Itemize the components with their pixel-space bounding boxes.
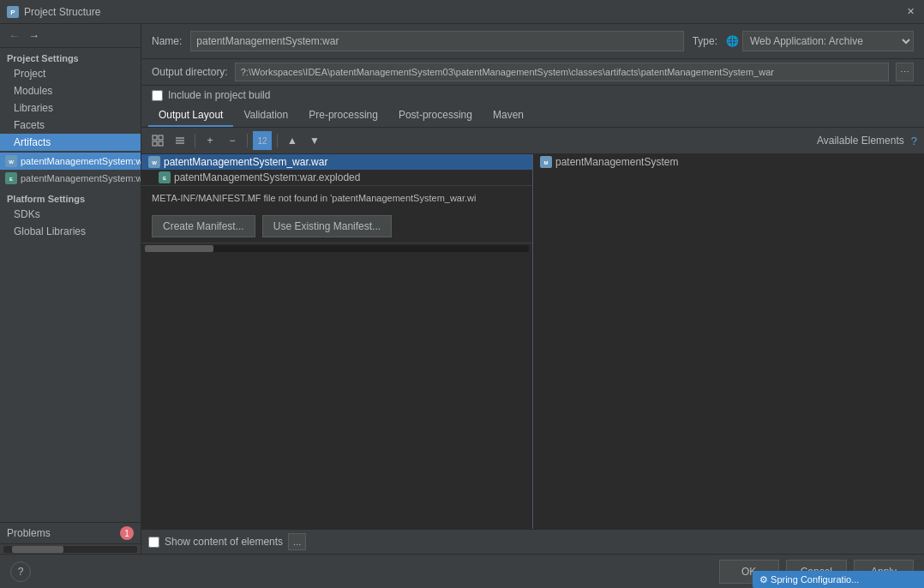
show-packages-button[interactable]	[148, 131, 167, 150]
output-dir-browse-button[interactable]: ⋯	[896, 63, 914, 81]
create-manifest-button[interactable]: Create Manifest...	[152, 215, 255, 237]
use-existing-manifest-button[interactable]: Use Existing Manifest...	[262, 215, 392, 237]
toolbar-separator-3	[277, 134, 278, 147]
tab-maven[interactable]: Maven	[483, 105, 534, 127]
app-icon: P	[7, 6, 19, 18]
tab-output-layout[interactable]: Output Layout	[148, 105, 233, 127]
problems-section: Problems 1	[0, 522, 141, 543]
svg-text:E: E	[9, 177, 13, 182]
window-title: Project Structure	[24, 6, 898, 18]
project-settings-label: Project Settings	[0, 48, 141, 65]
svg-rect-7	[159, 135, 163, 140]
tree-item-war-file[interactable]: W patentManagementSystem_war.war	[141, 154, 532, 170]
sidebar-item-modules[interactable]: Modules	[0, 82, 141, 99]
sort-button[interactable]: 12	[253, 131, 272, 150]
right-pane: M patentManagementSystem	[533, 154, 924, 529]
name-input[interactable]	[190, 31, 683, 51]
show-content-row: Show content of elements ...	[141, 529, 924, 554]
show-content-checkbox[interactable]	[148, 537, 159, 548]
svg-text:P: P	[10, 9, 15, 16]
tab-pre-processing[interactable]: Pre-processing	[298, 105, 388, 127]
artifact-item-war-exploded[interactable]: E patentManagementSystem:war.exp	[0, 170, 141, 187]
sidebar-item-artifacts[interactable]: Artifacts	[0, 134, 141, 151]
type-label: Type:	[693, 35, 717, 47]
list-icon	[174, 135, 186, 147]
tab-post-processing[interactable]: Post-processing	[388, 105, 483, 127]
up-button[interactable]: ▲	[283, 131, 302, 150]
svg-text:M: M	[544, 160, 549, 165]
name-type-row: Name: Type: 🌐 Web Application: Archive	[141, 24, 924, 59]
exploded-icon: E	[5, 172, 17, 184]
name-label: Name:	[152, 35, 182, 47]
sidebar: ← → Project Settings Project Modules Lib…	[0, 24, 141, 554]
sidebar-item-facets[interactable]: Facets	[0, 117, 141, 134]
tabs-row: Output Layout Validation Pre-processing …	[141, 105, 924, 128]
svg-rect-6	[153, 135, 157, 140]
platform-settings-label: Platform Settings	[0, 189, 141, 206]
remove-button[interactable]: −	[223, 131, 242, 150]
toolbar-separator-1	[195, 134, 195, 147]
type-select[interactable]: Web Application: Archive	[742, 31, 914, 51]
spring-config-status[interactable]: ⚙ Spring Configuratio...	[753, 571, 924, 588]
sidebar-item-global-libraries[interactable]: Global Libraries	[0, 223, 141, 240]
exploded-tree-icon: E	[159, 171, 171, 183]
down-button[interactable]: ▼	[305, 131, 324, 150]
svg-rect-8	[153, 141, 157, 146]
add-button[interactable]: +	[201, 131, 219, 150]
include-checkbox[interactable]	[152, 90, 163, 101]
type-select-container: 🌐 Web Application: Archive	[726, 31, 914, 51]
main-layout: ← → Project Settings Project Modules Lib…	[0, 24, 924, 554]
sidebar-item-libraries[interactable]: Libraries	[0, 99, 141, 117]
available-elements-label: Available Elements	[817, 135, 904, 147]
tree-item-exploded[interactable]: E patentManagementSystem:war.exploded	[141, 170, 532, 185]
output-dir-row: Output directory: ⋯	[141, 59, 924, 86]
svg-rect-9	[159, 141, 163, 146]
available-item-mgmt-system[interactable]: M patentManagementSystem	[533, 154, 924, 170]
tab-validation[interactable]: Validation	[233, 105, 298, 127]
nav-forward-button[interactable]: →	[25, 27, 43, 44]
include-label: Include in project build	[168, 89, 270, 101]
warning-message: META-INF/MANIFEST.MF file not found in '…	[141, 185, 532, 210]
packages-icon	[152, 135, 164, 147]
help-button[interactable]: ?	[10, 561, 31, 582]
module-icon: M	[540, 156, 552, 168]
sidebar-nav: ← →	[0, 24, 141, 48]
output-dir-input[interactable]	[235, 63, 889, 81]
sidebar-item-sdks[interactable]: SDKs	[0, 206, 141, 223]
manifest-buttons: Create Manifest... Use Existing Manifest…	[141, 210, 532, 243]
output-dir-label: Output directory:	[152, 66, 228, 78]
include-row: Include in project build	[141, 86, 924, 105]
show-list-button[interactable]	[171, 131, 189, 150]
problems-badge: 1	[120, 526, 134, 540]
show-content-button[interactable]: ...	[288, 533, 306, 550]
toolbar-separator-2	[247, 134, 248, 147]
show-content-label: Show content of elements	[165, 536, 283, 548]
svg-text:E: E	[163, 176, 166, 181]
close-button[interactable]: ✕	[903, 5, 917, 19]
war-file-icon: W	[148, 156, 160, 168]
svg-text:W: W	[152, 160, 157, 165]
artifact-toolbar: + − 12 ▲ ▼ Available Elements ?	[141, 128, 924, 154]
sidebar-item-project[interactable]: Project	[0, 65, 141, 82]
artifact-item-war[interactable]: W patentManagementSystem:war	[0, 153, 141, 170]
available-help-icon[interactable]: ?	[911, 135, 917, 147]
svg-text:W: W	[9, 159, 14, 165]
artifacts-list: W patentManagementSystem:war E patentMan…	[0, 151, 141, 189]
type-icon: 🌐	[726, 35, 739, 47]
content-area: Name: Type: 🌐 Web Application: Archive O…	[141, 24, 924, 554]
two-col-layout: W patentManagementSystem_war.war E paten…	[141, 154, 924, 529]
title-bar: P Project Structure ✕	[0, 0, 924, 24]
nav-back-button[interactable]: ←	[5, 27, 23, 44]
problems-item[interactable]: Problems 1	[0, 523, 141, 543]
war-icon: W	[5, 155, 17, 167]
left-pane: W patentManagementSystem_war.war E paten…	[141, 154, 533, 529]
